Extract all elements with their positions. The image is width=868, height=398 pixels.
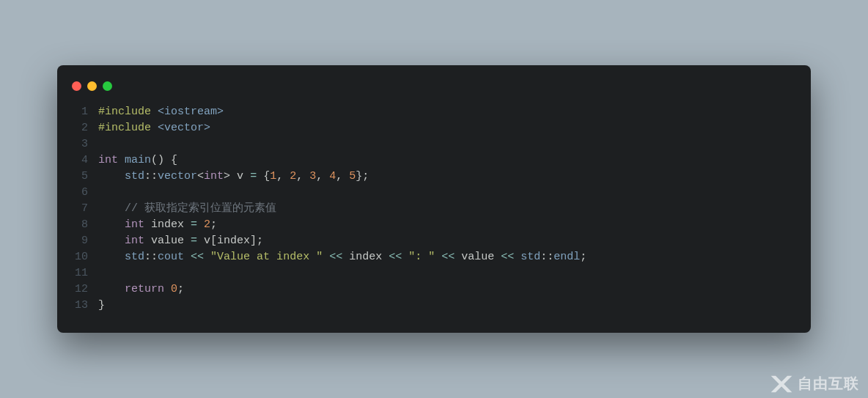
code-line: 12 return 0; bbox=[67, 281, 796, 298]
line-number: 5 bbox=[67, 169, 88, 185]
line-number: 1 bbox=[67, 104, 88, 120]
code-content: #include <iostream> bbox=[98, 104, 224, 120]
line-number: 11 bbox=[67, 265, 88, 281]
code-content: int value = v[index]; bbox=[98, 233, 263, 249]
line-number: 6 bbox=[67, 185, 88, 201]
code-line: 10 std::cout << "Value at index " << ind… bbox=[67, 249, 796, 265]
code-line: 1#include <iostream> bbox=[67, 104, 796, 120]
code-content bbox=[98, 136, 105, 152]
code-content: #include <vector> bbox=[98, 120, 210, 136]
code-area: 1#include <iostream>2#include <vector>3 … bbox=[57, 104, 811, 314]
line-number: 4 bbox=[67, 152, 88, 169]
code-line: 6 bbox=[67, 185, 796, 201]
code-content: int index = 2; bbox=[98, 217, 217, 233]
code-window: 1#include <iostream>2#include <vector>3 … bbox=[57, 65, 811, 333]
close-icon[interactable] bbox=[72, 81, 81, 91]
x-logo-icon bbox=[770, 375, 793, 394]
code-line: 13} bbox=[67, 298, 796, 314]
code-content: return 0; bbox=[98, 281, 184, 298]
maximize-icon[interactable] bbox=[103, 81, 112, 91]
line-number: 12 bbox=[67, 281, 88, 298]
code-line: 3 bbox=[67, 136, 796, 152]
code-line: 5 std::vector<int> v = {1, 2, 3, 4, 5}; bbox=[67, 169, 796, 185]
titlebar bbox=[57, 78, 811, 104]
code-content: // 获取指定索引位置的元素值 bbox=[98, 201, 276, 217]
line-number: 10 bbox=[67, 249, 88, 265]
code-line: 7 // 获取指定索引位置的元素值 bbox=[67, 201, 796, 217]
code-line: 9 int value = v[index]; bbox=[67, 233, 796, 249]
line-number: 9 bbox=[67, 233, 88, 249]
code-content: } bbox=[98, 298, 105, 314]
minimize-icon[interactable] bbox=[87, 81, 97, 91]
code-line: 2#include <vector> bbox=[67, 120, 796, 136]
code-content bbox=[98, 185, 105, 201]
code-content: std::cout << "Value at index " << index … bbox=[98, 249, 586, 265]
code-content: int main() { bbox=[98, 152, 177, 169]
code-line: 8 int index = 2; bbox=[67, 217, 796, 233]
code-content bbox=[98, 265, 105, 281]
code-line: 11 bbox=[67, 265, 796, 281]
line-number: 7 bbox=[67, 201, 88, 217]
code-line: 4int main() { bbox=[67, 152, 796, 169]
line-number: 8 bbox=[67, 217, 88, 233]
code-content: std::vector<int> v = {1, 2, 3, 4, 5}; bbox=[98, 169, 369, 185]
line-number: 2 bbox=[67, 120, 88, 136]
watermark-text: 自由互联 bbox=[798, 374, 859, 394]
line-number: 3 bbox=[67, 136, 88, 152]
watermark: 自由互联 bbox=[770, 374, 859, 394]
line-number: 13 bbox=[67, 298, 88, 314]
